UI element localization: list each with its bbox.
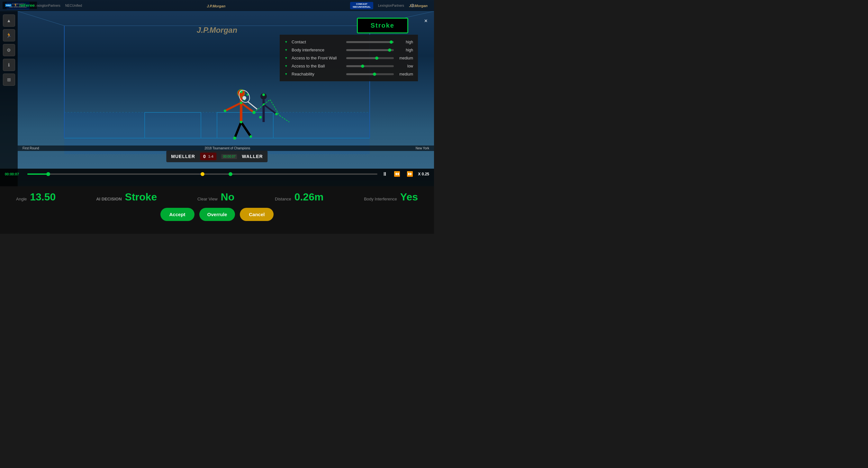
factor-bar — [346, 41, 394, 43]
factor-row: ▼ Access to the Front Wall medium — [280, 54, 418, 62]
factor-value: high — [397, 40, 413, 44]
factor-bar — [346, 49, 394, 51]
body-interference-label: Body Interference — [364, 197, 397, 201]
marker-yellow — [200, 172, 205, 176]
factor-indicator — [373, 73, 376, 76]
factors-panel: ▼ Contact high ▼ Body interference high … — [280, 35, 418, 81]
factor-row: ▼ Body interference high — [280, 46, 418, 54]
distance-label: Distance — [275, 197, 291, 201]
cancel-button[interactable]: Cancel — [240, 208, 274, 221]
clear-view-label: Clear View — [197, 197, 218, 201]
angle-label: Angle — [16, 197, 27, 201]
player2-name: WALLER — [242, 154, 263, 159]
angle-value: 13.50 — [30, 191, 56, 203]
body-interference-value: Yes — [400, 191, 418, 203]
factor-row: ▼ Reachability medium — [280, 70, 418, 78]
jpmorgan-logo-center: J.P.Morgan — [207, 4, 225, 8]
sponsor-text-1: LexingtonPartners — [34, 4, 60, 7]
progress-bar[interactable] — [27, 173, 377, 175]
factor-value: high — [397, 48, 413, 53]
referee-logo-text: reFeree — [19, 3, 34, 8]
factor-bar-fill — [346, 65, 363, 67]
running-icon: 🏃 — [13, 3, 18, 7]
main-container: intel 🏃 reFeree ⚙ × COMCAST NBCUNIVERSAL… — [0, 0, 434, 234]
rewind-button[interactable]: ⏪ — [392, 170, 402, 178]
forward-button[interactable]: ⏩ — [405, 170, 415, 178]
match-tournament: 2018 Tournament of Champions — [205, 146, 250, 150]
stroke-decision-area: Stroke — [357, 18, 408, 33]
player1-name: MUELLER — [171, 154, 195, 159]
factors-list: ▼ Contact high ▼ Body interference high … — [280, 38, 418, 78]
clear-view-value: No — [221, 191, 235, 203]
factor-value: medium — [397, 56, 413, 60]
close-button[interactable]: × — [424, 18, 428, 25]
body-interference-stat: Body Interference Yes — [364, 191, 418, 203]
factor-bar-fill — [346, 57, 377, 59]
distance-stat: Distance 0.26m — [275, 191, 323, 203]
sponsor-text-2: NECUnified — [65, 4, 82, 7]
progress-thumb[interactable] — [46, 172, 50, 176]
left-sidebar: ▲ 🏃 ⚙ ℹ ⊞ — [0, 11, 18, 186]
pause-button[interactable]: ⏸ — [381, 171, 389, 178]
settings-gear-icon[interactable]: ⚙ — [410, 3, 415, 9]
intel-referee-logo: intel 🏃 reFeree — [3, 2, 37, 9]
factor-indicator — [388, 48, 391, 52]
controls-row: 00:00:07 ⏸ ⏪ ⏩ X 0.25 — [5, 170, 429, 178]
factor-chevron-icon: ▼ — [284, 72, 288, 76]
current-time-label: 00:00:07 — [5, 172, 24, 176]
ai-decision-stat: AI DECISION Stroke — [96, 191, 157, 203]
factor-row: ▼ Contact high — [280, 38, 418, 46]
score-box: 0 1-4 — [200, 153, 217, 160]
factor-chevron-icon: ▼ — [284, 40, 288, 44]
score-main: 1-4 — [208, 155, 214, 158]
intel-badge: intel — [5, 4, 11, 7]
jpmorgan-center-logo: J.P.Morgan — [197, 26, 237, 35]
factor-chevron-icon: ▼ — [284, 56, 288, 60]
sidebar-btn-settings[interactable]: ⚙ — [3, 44, 15, 56]
score-overlay: MUELLER 0 1-4 00:00:07 WALLER — [166, 151, 268, 162]
factor-bar-fill — [346, 49, 390, 51]
comcast-logo-right: COMCAST NBCUNIVERSAL — [350, 2, 373, 9]
video-controls: 00:00:07 ⏸ ⏪ ⏩ X 0.25 — [0, 169, 434, 186]
factor-label: Access to the Front Wall — [291, 56, 343, 60]
overrule-button[interactable]: Overrule — [199, 208, 235, 221]
factor-chevron-icon: ▼ — [284, 48, 288, 52]
ai-decision-label: AI DECISION — [96, 197, 122, 201]
match-location: New York — [416, 146, 429, 150]
factor-value: low — [397, 64, 413, 68]
factor-label: Body interference — [291, 47, 343, 53]
distance-value: 0.26m — [294, 191, 324, 203]
video-area: intel 🏃 reFeree ⚙ × COMCAST NBCUNIVERSAL… — [0, 0, 434, 186]
ai-decision-value: Stroke — [125, 191, 157, 203]
factor-bar-fill — [346, 41, 392, 43]
center-sponsor: J.P.Morgan — [207, 3, 225, 9]
sponsor-bar: COMCAST NBCUNIVERSAL LexingtonPartners N… — [0, 0, 434, 11]
factor-label: Contact — [291, 39, 343, 44]
factor-bar — [346, 57, 394, 59]
bottom-section: Angle 13.50 AI DECISION Stroke Clear Vie… — [0, 186, 434, 234]
sidebar-btn-info[interactable]: ℹ — [3, 59, 15, 71]
score1: 0 — [203, 154, 206, 159]
factor-bar — [346, 65, 394, 67]
playback-controls: ⏸ ⏪ ⏩ X 0.25 — [381, 170, 429, 178]
factor-value: medium — [397, 72, 413, 76]
match-round: First Round — [23, 146, 39, 150]
stroke-button[interactable]: Stroke — [357, 18, 408, 33]
factor-row: ▼ Access to the Ball low — [280, 62, 418, 70]
factor-indicator — [361, 65, 364, 68]
angle-stat: Angle 13.50 — [16, 191, 56, 203]
score-timer: 00:00:07 — [221, 154, 237, 159]
factor-label: Reachability — [291, 72, 343, 76]
factor-chevron-icon: ▼ — [284, 64, 288, 68]
factor-indicator — [375, 57, 378, 60]
factor-indicator — [390, 40, 393, 44]
stats-row: Angle 13.50 AI DECISION Stroke Clear Vie… — [0, 186, 434, 208]
progress-fill — [27, 173, 48, 175]
sponsor-text-3: LexingtonPartners — [378, 4, 404, 7]
sidebar-btn-arrow[interactable]: ▲ — [3, 14, 15, 27]
action-buttons-row: Accept Overrule Cancel — [0, 208, 434, 226]
factor-bar — [346, 73, 394, 75]
accept-button[interactable]: Accept — [160, 208, 194, 221]
sidebar-btn-player[interactable]: 🏃 — [3, 29, 15, 41]
sidebar-btn-grid[interactable]: ⊞ — [3, 73, 15, 86]
